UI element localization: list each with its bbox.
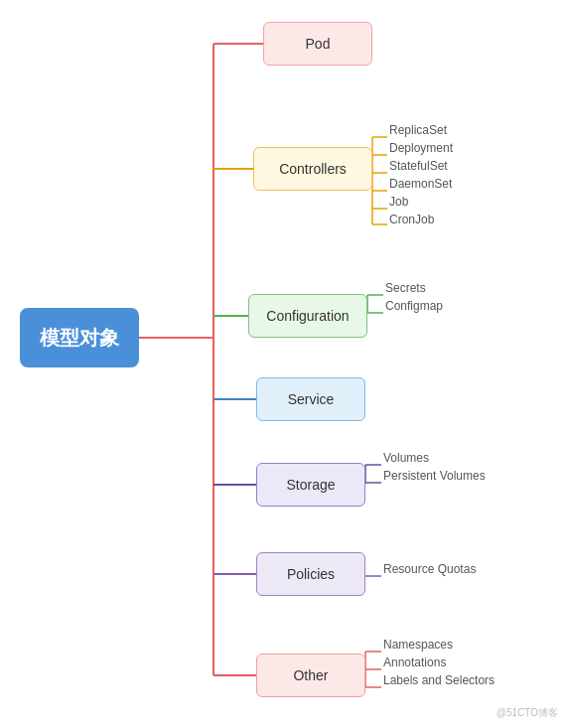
node-policies: Policies [256,552,365,596]
watermark: @51CTO博客 [497,706,558,720]
leaf-controllers-5: CronJob [389,213,434,226]
node-service: Service [256,377,365,421]
leaf-controllers-3: DaemonSet [389,177,452,191]
node-controllers: Controllers [253,147,372,191]
leaf-controllers-0: ReplicaSet [389,123,447,137]
leaf-controllers-2: StatefulSet [389,159,448,173]
leaf-policies-0: Resource Quotas [383,562,476,576]
mind-map-diagram: { "root": { "label": "模型对象", "x": 20, "y… [0,0,568,728]
controllers-label: Controllers [279,161,347,177]
other-label: Other [293,667,328,683]
leaf-other-2: Labels and Selectors [383,673,495,687]
leaf-other-0: Namespaces [383,638,453,652]
leaf-configuration-0: Secrets [385,281,426,295]
node-other: Other [256,654,365,697]
root-node: 模型对象 [20,308,139,367]
leaf-storage-0: Volumes [383,451,429,465]
service-label: Service [288,391,335,407]
node-pod: Pod [263,22,372,66]
leaf-other-1: Annotations [383,655,446,669]
root-label: 模型对象 [40,325,119,352]
storage-label: Storage [286,477,335,493]
leaf-controllers-1: Deployment [389,141,453,155]
leaf-configuration-1: Configmap [385,299,443,313]
pod-label: Pod [306,36,331,52]
node-configuration: Configuration [248,294,367,338]
configuration-label: Configuration [266,308,349,324]
leaf-storage-1: Persistent Volumes [383,469,486,483]
node-storage: Storage [256,463,365,507]
policies-label: Policies [287,566,335,582]
leaf-controllers-4: Job [389,195,408,209]
